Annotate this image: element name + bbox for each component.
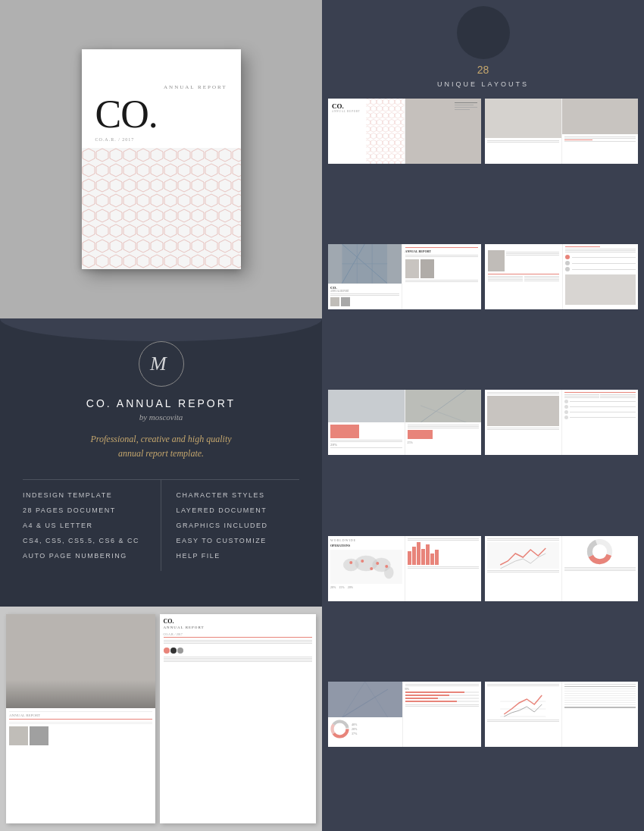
cover-annual-report-label: ANNUAL REPORT xyxy=(95,84,227,92)
svg-point-21 xyxy=(370,567,373,570)
cover-top: ANNUAL REPORT CO. CO.A.R. / 2017 xyxy=(82,49,241,148)
book-cover: ANNUAL REPORT CO. CO.A.R. / 2017 xyxy=(82,49,241,269)
layout-thumb-9: 40% 20% 37% 80% xyxy=(328,682,481,747)
left-panel: ANNUAL REPORT CO. CO.A.R. / 2017 M xyxy=(0,0,322,831)
layout-thumb-2 xyxy=(485,99,638,164)
spread-section: ANNUAL REPORT CO. ANNUAL REPORT CO.A.R. … xyxy=(0,607,322,831)
layout-thumb-5: 28% 2 xyxy=(328,390,481,455)
layout-thumb-1: CO. ANNUAL REPORT xyxy=(328,99,481,164)
features-right: CHARACTER STYLES LAYERED DOCUMENT GRAPHI… xyxy=(161,480,300,571)
svg-line-27 xyxy=(342,682,365,717)
layout-thumb-4 xyxy=(485,244,638,309)
feature-help: HELP FILE xyxy=(177,548,300,563)
cover-pattern xyxy=(82,148,241,269)
layout-thumb-3: CO. ANNUAL REPORT ANNUAL REPORT xyxy=(328,244,481,309)
feature-pages: 28 PAGES DOCUMENT xyxy=(23,503,145,518)
svg-line-12 xyxy=(420,390,466,422)
svg-line-28 xyxy=(365,682,388,717)
layouts-number: 28 xyxy=(328,64,638,76)
features-left: INDESIGN TEMPLATE 28 PAGES DOCUMENT A4 &… xyxy=(23,480,161,571)
feature-pagenumber: AUTO PAGE NUMBERING xyxy=(23,548,145,563)
cover-section: ANNUAL REPORT CO. CO.A.R. / 2017 xyxy=(0,0,322,318)
svg-text:M: M xyxy=(149,353,167,375)
features-grid: INDESIGN TEMPLATE 28 PAGES DOCUMENT A4 &… xyxy=(23,479,299,571)
spread-left-page: ANNUAL REPORT xyxy=(6,614,155,823)
feature-cs: CS4, CS5, CS5.5, CS6 & CC xyxy=(23,533,145,548)
layout-thumb-10 xyxy=(485,682,638,747)
svg-rect-5 xyxy=(366,99,404,164)
circle-decoration xyxy=(457,6,510,59)
layout-thumb-7: WORLDWIDE OPERATIONS xyxy=(328,536,481,601)
layout-thumb-8 xyxy=(485,536,638,601)
svg-point-17 xyxy=(384,566,393,579)
feature-customize: EASY TO CUSTOMIZE xyxy=(177,533,300,548)
svg-point-20 xyxy=(376,562,379,565)
svg-point-18 xyxy=(349,561,352,564)
info-section: M CO. ANNUAL REPORT by moscovita Profess… xyxy=(0,318,322,607)
layout-thumb-6 xyxy=(485,390,638,455)
svg-point-19 xyxy=(361,560,364,563)
feature-charstyles: CHARACTER STYLES xyxy=(177,488,300,503)
feature-indesign: INDESIGN TEMPLATE xyxy=(23,488,145,503)
moscovita-m-icon: M xyxy=(148,350,175,378)
svg-point-22 xyxy=(385,565,388,568)
cover-subtitle: CO.A.R. / 2017 xyxy=(95,137,227,142)
layouts-header: 28 UNIQUE LAYOUTS xyxy=(328,8,638,99)
right-panel: 28 UNIQUE LAYOUTS xyxy=(322,0,644,831)
cover-co-text: CO. xyxy=(95,95,227,134)
spread-right-page: CO. ANNUAL REPORT CO.A.R. / 2017 xyxy=(160,614,317,823)
svg-line-26 xyxy=(342,689,388,717)
product-tagline: Professional, creative and high quality … xyxy=(90,432,231,461)
feature-paper: A4 & US LETTER xyxy=(23,518,145,533)
hex-pattern-svg xyxy=(82,148,241,269)
svg-rect-1 xyxy=(82,148,241,269)
feature-graphics: GRAPHICS INCLUDED xyxy=(177,518,300,533)
moscovita-logo: M xyxy=(139,341,184,387)
product-by: by moscovita xyxy=(139,412,183,422)
svg-line-13 xyxy=(420,406,466,422)
layouts-grid: CO. ANNUAL REPORT xyxy=(328,99,638,823)
feature-layered: LAYERED DOCUMENT xyxy=(177,503,300,518)
layouts-label: UNIQUE LAYOUTS xyxy=(437,80,529,88)
product-title: CO. ANNUAL REPORT xyxy=(86,397,236,409)
